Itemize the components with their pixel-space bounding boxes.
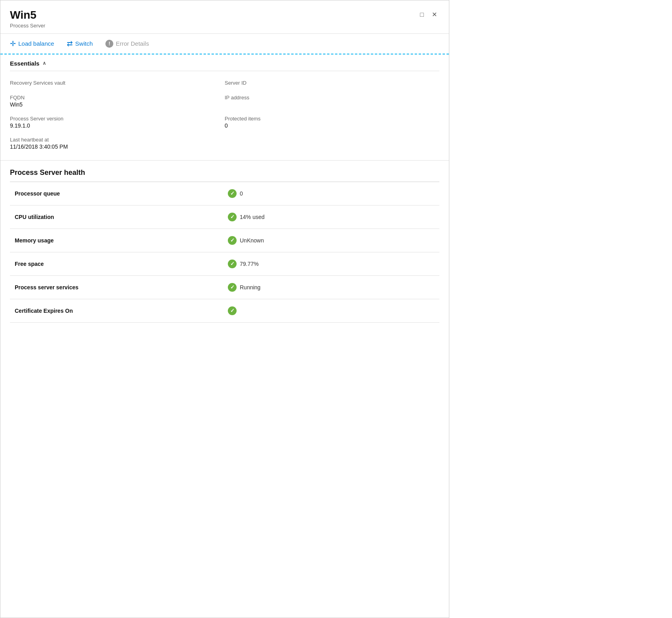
status-ok-icon: ✓ bbox=[228, 189, 237, 198]
essentials-grid: Recovery Services vault Server ID FQDN W… bbox=[10, 71, 439, 154]
close-button[interactable]: ✕ bbox=[429, 10, 439, 19]
health-table-row: Free space✓79.77% bbox=[10, 252, 439, 275]
switch-icon: ⇄ bbox=[67, 39, 73, 48]
health-row-label: Free space bbox=[10, 252, 225, 275]
essentials-chevron-icon: ∧ bbox=[43, 60, 46, 66]
essentials-item-ip-address: IP address bbox=[225, 91, 439, 112]
essentials-section: Essentials ∧ Recovery Services vault Ser… bbox=[0, 54, 449, 154]
health-row-status: ✓UnKnown bbox=[225, 229, 439, 252]
status-ok-icon: ✓ bbox=[228, 306, 237, 315]
essentials-header: Essentials ∧ bbox=[10, 54, 439, 71]
status-ok-icon: ✓ bbox=[228, 283, 237, 292]
health-row-value: 0 bbox=[240, 190, 243, 197]
health-table-row: CPU utilization✓14% used bbox=[10, 205, 439, 229]
switch-label: Switch bbox=[75, 40, 93, 47]
health-row-label: Memory usage bbox=[10, 229, 225, 252]
essentials-label-ip-address: IP address bbox=[225, 95, 439, 101]
essentials-item-fqdn: FQDN Win5 bbox=[10, 91, 225, 112]
health-table: Processor queue✓0CPU utilization✓14% use… bbox=[10, 182, 439, 323]
status-ok-icon: ✓ bbox=[228, 260, 237, 268]
health-row-value: 14% used bbox=[240, 214, 264, 220]
essentials-item-ps-version: Process Server version 9.19.1.0 bbox=[10, 112, 225, 133]
health-row-status: ✓79.77% bbox=[225, 252, 439, 275]
panel-controls: □ ✕ bbox=[418, 10, 439, 19]
essentials-item-protected-items: Protected items 0 bbox=[225, 112, 439, 133]
health-row-label: Processor queue bbox=[10, 182, 225, 205]
essentials-label: Essentials bbox=[10, 60, 39, 67]
error-details-icon: ! bbox=[105, 40, 113, 48]
essentials-label-recovery-vault: Recovery Services vault bbox=[10, 80, 225, 86]
health-section: Process Server health Processor queue✓0C… bbox=[0, 160, 449, 323]
title-block: Win5 Process Server bbox=[10, 8, 45, 29]
essentials-label-fqdn: FQDN bbox=[10, 95, 225, 101]
maximize-button[interactable]: □ bbox=[418, 10, 426, 19]
essentials-value-protected-items: 0 bbox=[225, 122, 439, 129]
essentials-item-heartbeat: Last heartbeat at 11/16/2018 3:40:05 PM bbox=[10, 133, 225, 154]
health-row-label: Process server services bbox=[10, 275, 225, 299]
essentials-item-recovery-vault: Recovery Services vault bbox=[10, 76, 225, 91]
load-balance-button[interactable]: ✛ Load balance bbox=[10, 34, 60, 54]
status-ok-icon: ✓ bbox=[228, 213, 237, 221]
essentials-item-empty bbox=[225, 133, 439, 154]
error-details-label: Error Details bbox=[116, 40, 149, 47]
essentials-item-server-id: Server ID bbox=[225, 76, 439, 91]
health-row-status: ✓0 bbox=[225, 182, 439, 205]
panel-header: Win5 Process Server □ ✕ bbox=[0, 0, 449, 34]
main-panel: Win5 Process Server □ ✕ ✛ Load balance ⇄… bbox=[0, 0, 449, 618]
health-row-status: ✓Running bbox=[225, 275, 439, 299]
health-row-status: ✓14% used bbox=[225, 205, 439, 229]
panel-subtitle: Process Server bbox=[10, 23, 45, 29]
panel-title: Win5 bbox=[10, 8, 45, 22]
essentials-label-server-id: Server ID bbox=[225, 80, 439, 86]
error-details-button[interactable]: ! Error Details bbox=[105, 34, 155, 54]
health-row-status: ✓ bbox=[225, 299, 439, 322]
health-table-row: Processor queue✓0 bbox=[10, 182, 439, 205]
load-balance-icon: ✛ bbox=[10, 39, 16, 48]
essentials-label-heartbeat: Last heartbeat at bbox=[10, 137, 225, 143]
health-row-label: CPU utilization bbox=[10, 205, 225, 229]
essentials-value-heartbeat: 11/16/2018 3:40:05 PM bbox=[10, 143, 225, 150]
switch-button[interactable]: ⇄ Switch bbox=[67, 34, 99, 54]
health-row-value: Running bbox=[240, 284, 260, 291]
health-table-row: Certificate Expires On✓ bbox=[10, 299, 439, 322]
load-balance-label: Load balance bbox=[18, 40, 54, 47]
essentials-value-ps-version: 9.19.1.0 bbox=[10, 122, 225, 129]
health-title: Process Server health bbox=[10, 169, 439, 177]
essentials-value-fqdn: Win5 bbox=[10, 101, 225, 108]
health-table-row: Memory usage✓UnKnown bbox=[10, 229, 439, 252]
health-row-label: Certificate Expires On bbox=[10, 299, 225, 322]
toolbar: ✛ Load balance ⇄ Switch ! Error Details bbox=[0, 34, 449, 54]
essentials-label-ps-version: Process Server version bbox=[10, 116, 225, 122]
health-row-value: 79.77% bbox=[240, 261, 258, 267]
health-row-value: UnKnown bbox=[240, 237, 264, 244]
health-table-row: Process server services✓Running bbox=[10, 275, 439, 299]
status-ok-icon: ✓ bbox=[228, 236, 237, 245]
essentials-label-protected-items: Protected items bbox=[225, 116, 439, 122]
